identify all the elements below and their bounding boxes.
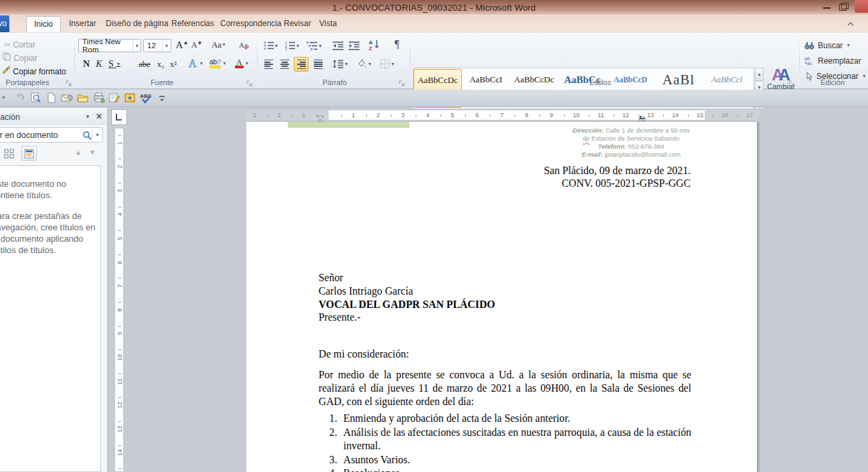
bold-button[interactable]: N [81,58,92,71]
font-name-combo[interactable]: Times New Rom▼ [78,39,141,52]
underline-button[interactable]: S ▼ [106,58,122,71]
collapse-ribbon-icon[interactable] [846,19,858,28]
new-document-icon[interactable] [46,92,58,104]
ribbon-tab-row: Archivo Inicio Insertar Diseño de página… [0,15,868,32]
subscript-button[interactable]: x₂ [155,58,167,71]
highlight-color-button[interactable]: ab▼ [207,56,229,70]
format-painter-button[interactable]: Copiar formato [1,65,66,78]
font-color-button[interactable]: A▼ [232,56,252,70]
customize-toolbar-icon[interactable] [158,94,170,106]
print-preview-icon[interactable] [30,92,42,104]
shrink-font-button[interactable]: A▼ [190,38,203,52]
svg-text:A: A [189,58,197,69]
body-paragraph: Por medio de la presente se convoca a Ud… [319,368,691,408]
grow-font-button[interactable]: A▲ [175,38,189,52]
browse-headings-tab-icon[interactable] [21,146,37,161]
decrease-indent-icon [333,42,343,50]
browse-pages-tab-icon[interactable] [1,146,17,161]
change-case-button[interactable]: Aa▼ [209,38,228,52]
text-effects-button[interactable]: A▼ [185,56,205,70]
agenda-item: 4.Resoluciones. [319,467,691,472]
clipboard-dialog-launcher-icon[interactable] [66,78,74,86]
tab-archivo[interactable]: Archivo [0,15,9,32]
sort-button[interactable]: AZ [367,37,383,51]
navigation-pane: Navegación ▼ ✕ Buscar en documento ▼ ▲ ▼… [0,108,108,472]
close-button[interactable] [855,0,868,13]
italic-button[interactable]: K [94,58,104,71]
bullets-button[interactable]: ▼ [262,39,280,52]
strikethrough-button[interactable]: abe [136,58,153,71]
copy-button[interactable]: Copiar [3,52,37,65]
line-spacing-button[interactable]: ▼ [331,57,351,70]
agenda-list: 1.Enmienda y aprobación del acta de la S… [319,412,691,472]
pane-close-icon[interactable]: ✕ [96,108,102,125]
navigation-pane-header: Navegación ▼ ✕ [0,109,107,125]
show-paragraph-marks-button[interactable]: ¶ [390,37,404,51]
font-dialog-launcher-icon[interactable] [246,78,254,86]
navigation-pane-tabs: ▲ ▼ [1,146,37,161]
font-group-label: Fuente [78,78,246,86]
replace-button[interactable]: abac Reemplazar [804,54,861,68]
undo-icon[interactable] [15,92,27,104]
attach-envelope-icon[interactable] [61,92,73,104]
tab-stop-marker[interactable] [640,116,644,119]
svg-text:A: A [236,58,242,67]
quick-print-icon[interactable] [93,92,105,104]
open-folder-icon[interactable] [77,92,89,104]
horizontal-ruler: 3211234567891011121314151617 [246,110,760,120]
find-button[interactable]: Buscar ▼ [804,38,851,52]
pane-options-dropdown-icon[interactable]: ▼ [85,109,90,125]
svg-text:ab: ab [209,58,218,66]
numbering-button[interactable]: 123▼ [283,39,302,52]
copy-icon [3,52,11,61]
tab-inicio[interactable]: Inicio [26,16,61,32]
document-search-input[interactable]: Buscar en documento ▼ [0,127,103,143]
justify-button[interactable] [311,58,325,71]
cut-button[interactable]: ✂ Cortar [4,38,35,52]
toolbar-dropdown-icon[interactable]: ▼ [1,95,13,107]
edit-document-icon[interactable] [109,92,121,104]
align-center-button[interactable] [278,58,291,71]
text-effects-icon: A [187,58,199,69]
increase-indent-button[interactable] [347,39,361,52]
multilevel-list-button[interactable]: ▼ [305,39,325,52]
minimize-button[interactable] [820,2,834,12]
align-left-button[interactable] [262,58,275,71]
header-image-strip [288,122,410,128]
svg-text:A: A [369,40,373,46]
next-result-icon[interactable]: ▼ [89,149,96,156]
bullets-icon [264,41,274,50]
shading-button[interactable]: ▼ [354,57,374,70]
agenda-item: 1.Enmienda y aprobación del acta de la S… [319,412,691,426]
borders-button[interactable]: ▼ [377,57,398,70]
clear-formatting-button[interactable]: Aa [236,38,252,52]
shading-bucket-icon [356,59,367,69]
tab-insertar[interactable]: Insertar [62,16,104,32]
borders-icon [380,59,391,69]
font-size-combo[interactable]: 12▼ [143,39,171,52]
svg-text:ab: ab [804,56,810,61]
create-headings-help: Para crear pestañas de navegación, cree … [0,210,98,256]
align-right-button[interactable] [294,57,309,72]
restore-button[interactable] [837,2,851,12]
search-options-dropdown-icon[interactable]: ▼ [92,128,102,142]
previous-result-icon[interactable]: ▲ [75,149,82,156]
tab-selector-button[interactable] [111,109,127,125]
date-block: San Plácido, 09 de marzo de 2021. CONV. … [319,164,691,189]
spelling-icon[interactable]: ABC [140,92,152,104]
document-page[interactable]: Dirección: Calle 1 de diciembre a 50 mts… [246,122,757,472]
folder-star-icon[interactable] [124,92,137,104]
paragraph-dialog-launcher-icon[interactable] [399,78,407,86]
svg-text:3: 3 [285,47,287,50]
decrease-indent-button[interactable] [331,39,345,52]
numbering-icon: 123 [285,41,296,50]
tab-vista[interactable]: Vista [312,16,344,32]
sort-az-icon: AZ [369,39,381,50]
binoculars-icon [804,41,814,50]
navigation-pane-title: Navegación [0,112,20,122]
recipient-block: Señor Carlos Intriago García VOCAL DEL G… [319,271,691,324]
agenda-item: 2.Análisis de las afectaciones suscitada… [319,426,691,453]
styles-dialog-launcher-icon[interactable] [788,78,796,86]
superscript-button[interactable]: x² [167,58,179,71]
highlight-icon: ab [209,58,222,69]
